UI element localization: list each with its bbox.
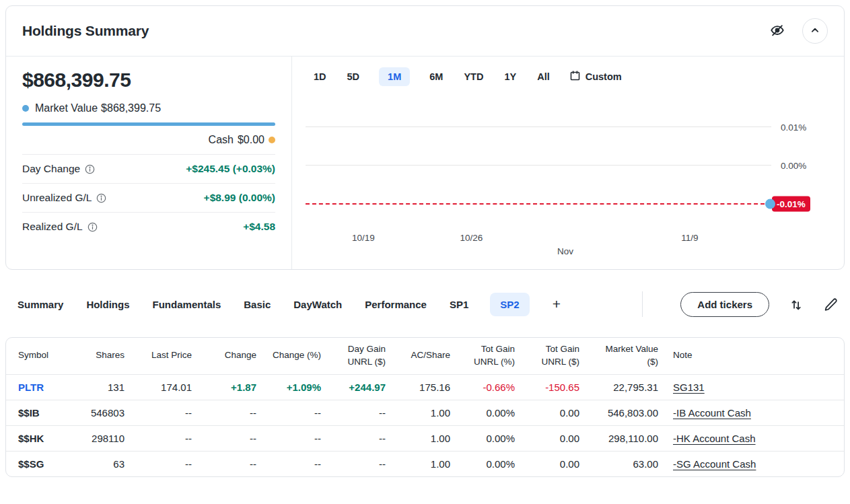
day-change-label: Day Change	[22, 163, 80, 175]
note-link[interactable]: -IB Account Cash	[673, 407, 751, 419]
page-title: Holdings Summary	[22, 23, 149, 39]
range-tab-custom[interactable]: Custom	[569, 70, 622, 83]
cell-last-price: 174.01	[126, 374, 193, 400]
performance-chart: 0.01% 0.00% -0.01%	[306, 96, 828, 227]
gridline	[306, 127, 771, 127]
allocation-bar	[22, 122, 275, 126]
cell-day-gain: --	[322, 400, 387, 425]
cell-change: --	[193, 400, 258, 425]
cell-change-pct: --	[258, 400, 322, 425]
range-tab-5d[interactable]: 5D	[346, 67, 361, 86]
range-tab-ytd[interactable]: YTD	[462, 67, 485, 86]
note-link[interactable]: -HK Account Cash	[673, 433, 756, 444]
tab-basic[interactable]: Basic	[242, 293, 272, 316]
note-link[interactable]: -SG Account Cash	[673, 458, 756, 470]
cell-shares: 298110	[73, 425, 126, 451]
summary-stats-panel: $868,399.75 Market Value $868,399.75 Cas…	[6, 57, 292, 269]
tab-sp2[interactable]: SP2	[490, 293, 529, 316]
col-last-price[interactable]: Last Price	[126, 338, 193, 374]
edit-pencil-icon[interactable]	[824, 297, 838, 312]
cell-shares: 63	[73, 451, 126, 476]
range-tab-all[interactable]: All	[536, 67, 551, 86]
info-icon[interactable]	[96, 193, 106, 203]
portfolio-tab-bar: Summary Holdings Fundamentals Basic DayW…	[5, 291, 845, 317]
cell-day-gain: --	[322, 425, 387, 451]
cell-tot-gain-usd: 0.00	[516, 425, 581, 451]
realized-gl-label: Realized G/L	[22, 221, 83, 233]
cell-shares: 546803	[73, 400, 126, 425]
col-change[interactable]: Change	[193, 338, 258, 374]
info-icon[interactable]	[85, 164, 95, 174]
market-value-dot-icon	[22, 105, 29, 112]
unrealized-gl-label: Unrealized G/L	[22, 192, 92, 204]
view-tabs: Summary Holdings Fundamentals Basic DayW…	[16, 293, 563, 316]
holdings-table-card: Symbol Shares Last Price Change Change (…	[5, 337, 845, 477]
col-day-gain[interactable]: Day Gain UNRL ($)	[322, 338, 387, 374]
col-tot-gain-pct[interactable]: Tot Gain UNRL (%)	[452, 338, 516, 374]
add-tickers-button[interactable]: Add tickers	[680, 292, 769, 317]
cell-last-price: --	[126, 451, 193, 476]
calendar-icon	[569, 70, 581, 83]
tab-sp1[interactable]: SP1	[448, 293, 470, 316]
realized-gl-value: +$4.58	[243, 221, 275, 233]
tab-fundamentals[interactable]: Fundamentals	[151, 293, 223, 316]
series-line	[306, 203, 771, 205]
holdings-table: Symbol Shares Last Price Change Change (…	[6, 338, 844, 476]
tab-holdings[interactable]: Holdings	[85, 293, 131, 316]
cell-change-pct: +1.09%	[258, 374, 322, 400]
cell-tot-gain-usd: 0.00	[516, 451, 581, 476]
sort-icon[interactable]	[789, 297, 804, 312]
chart-panel: 1D 5D 1M 6M YTD 1Y All Cust	[292, 57, 844, 269]
col-note[interactable]: Note	[660, 338, 844, 374]
gridline	[306, 165, 771, 166]
realized-gl-row: Realized G/L +$4.58	[22, 212, 275, 241]
total-portfolio-value: $868,399.75	[22, 69, 275, 92]
col-change-pct[interactable]: Change (%)	[258, 338, 322, 374]
info-icon[interactable]	[87, 222, 98, 232]
col-symbol[interactable]: Symbol	[6, 338, 73, 374]
cell-tot-gain-pct: -0.66%	[452, 374, 516, 400]
note-link[interactable]: SG131	[673, 382, 705, 393]
col-shares[interactable]: Shares	[73, 338, 126, 374]
cell-last-price: --	[126, 425, 193, 451]
range-tab-6m[interactable]: 6M	[428, 67, 444, 86]
range-tab-1y[interactable]: 1Y	[503, 67, 518, 86]
chart-y-axis: 0.01% 0.00% -0.01%	[771, 96, 828, 227]
col-tot-gain-usd[interactable]: Tot Gain UNRL ($)	[516, 338, 581, 374]
cell-symbol: $$IB	[6, 400, 73, 425]
x-tick: 10/26	[460, 233, 483, 243]
x-tick: 11/9	[681, 233, 698, 243]
col-ac-share[interactable]: AC/Share	[387, 338, 452, 374]
tab-performance[interactable]: Performance	[363, 293, 428, 316]
cell-change: --	[193, 451, 258, 476]
range-tab-1d[interactable]: 1D	[312, 67, 328, 86]
cell-ac-share: 175.16	[387, 374, 452, 400]
current-point-dot	[765, 199, 775, 209]
market-value-amount: $868,399.75	[101, 102, 161, 114]
y-tick: 0.00%	[781, 161, 806, 171]
cell-ac-share: 1.00	[387, 425, 452, 451]
cell-ac-share: 1.00	[387, 400, 452, 425]
cell-symbol: $$HK	[6, 425, 73, 451]
chart-plot-area[interactable]	[306, 96, 771, 227]
range-tab-1m[interactable]: 1M	[379, 67, 410, 86]
tab-summary[interactable]: Summary	[16, 293, 65, 316]
current-value-badge: -0.01%	[772, 196, 810, 212]
cell-change-pct: --	[258, 425, 322, 451]
col-market-value[interactable]: Market Value ($)	[581, 338, 660, 374]
cell-market-value: 63.00	[581, 451, 660, 476]
chart-x-axis: 10/19 10/26 Nov 11/9	[306, 227, 771, 261]
hide-values-button[interactable]	[770, 23, 785, 40]
eye-slash-icon	[770, 23, 785, 40]
cell-change: --	[193, 425, 258, 451]
cell-tot-gain-pct: 0.00%	[452, 400, 516, 425]
ticker-link[interactable]: PLTR	[18, 382, 44, 393]
range-custom-label: Custom	[586, 71, 622, 82]
day-change-row: Day Change +$245.45 (+0.03%)	[22, 154, 275, 183]
cash-amount: $0.00	[238, 134, 264, 146]
table-row-ib-cash: $$IB 546803 -- -- -- -- 1.00 0.00% 0.00 …	[6, 400, 844, 425]
tab-daywatch[interactable]: DayWatch	[292, 293, 343, 316]
cell-market-value: 22,795.31	[581, 374, 660, 400]
add-view-button[interactable]: +	[550, 296, 563, 312]
collapse-button[interactable]	[802, 18, 828, 44]
